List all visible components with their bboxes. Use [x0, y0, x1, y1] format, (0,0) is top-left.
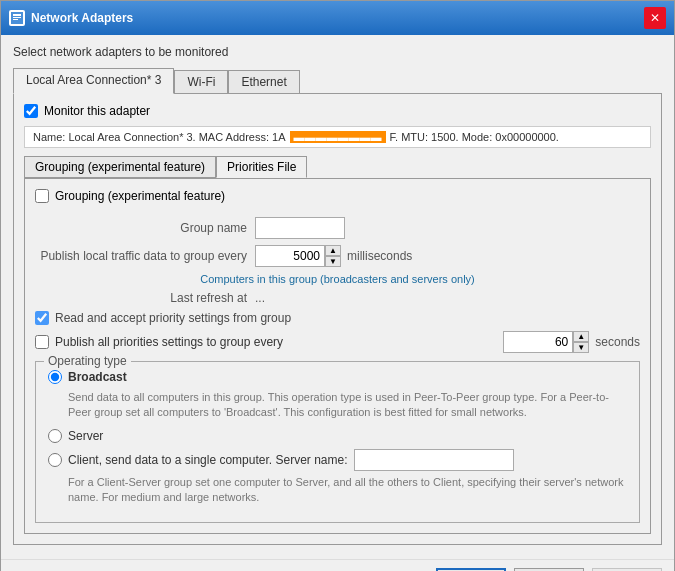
- sub-tab-grouping[interactable]: Grouping (experimental feature): [24, 156, 216, 178]
- info-prefix: Name: Local Area Connection* 3. MAC Addr…: [33, 131, 286, 143]
- server-radio[interactable]: [48, 429, 62, 443]
- publish-all-spinner: ▲ ▼: [503, 331, 589, 353]
- publish-up-button[interactable]: ▲: [325, 245, 341, 256]
- publish-all-up-button[interactable]: ▲: [573, 331, 589, 342]
- broadcast-description: Send data to all computers in this group…: [68, 390, 627, 421]
- operating-type-box: Operating type Broadcast Send data to al…: [35, 361, 640, 523]
- client-radio[interactable]: [48, 453, 62, 467]
- server-name-input[interactable]: [354, 449, 514, 471]
- window-icon: [9, 10, 25, 26]
- main-content-box: Monitor this adapter Name: Local Area Co…: [13, 93, 662, 545]
- operating-legend: Operating type: [44, 354, 131, 368]
- seconds-label: seconds: [595, 335, 640, 349]
- group-name-input[interactable]: [255, 217, 345, 239]
- server-radio-row: Server: [48, 429, 627, 443]
- publish-all-checkbox[interactable]: [35, 335, 49, 349]
- grouping-checkbox[interactable]: [35, 189, 49, 203]
- last-refresh-label: Last refresh at: [35, 291, 255, 305]
- tab-ethernet[interactable]: Ethernet: [228, 70, 299, 94]
- sub-tabs: Grouping (experimental feature) Prioriti…: [24, 156, 651, 178]
- svg-rect-3: [13, 19, 18, 20]
- client-row: Client, send data to a single computer. …: [48, 449, 627, 471]
- main-window: Network Adapters ✕ Select network adapte…: [0, 0, 675, 571]
- server-label[interactable]: Server: [68, 429, 103, 443]
- svg-rect-2: [13, 17, 21, 18]
- publish-spinner: ▲ ▼: [255, 245, 341, 267]
- ok-button[interactable]: OK: [436, 568, 506, 571]
- title-bar-left: Network Adapters: [9, 10, 133, 26]
- group-name-label: Group name: [35, 221, 255, 235]
- publish-spinner-btns: ▲ ▼: [325, 245, 341, 267]
- main-tabs: Local Area Connection* 3 Wi-Fi Ethernet: [13, 67, 662, 93]
- read-priority-checkbox[interactable]: [35, 311, 49, 325]
- broadcast-label[interactable]: Broadcast: [68, 370, 127, 384]
- last-refresh-value: ...: [255, 291, 265, 305]
- read-priority-row: Read and accept priority settings from g…: [35, 311, 640, 325]
- mac-orange-block: ▬▬▬▬▬▬▬▬: [290, 131, 386, 143]
- tab-wifi[interactable]: Wi-Fi: [174, 70, 228, 94]
- monitor-checkbox[interactable]: [24, 104, 38, 118]
- milliseconds-label: milliseconds: [347, 249, 412, 263]
- svg-rect-1: [13, 14, 21, 16]
- apply-button[interactable]: Apply: [592, 568, 662, 571]
- broadcast-radio-row: Broadcast: [48, 370, 627, 384]
- publish-all-spinner-btns: ▲ ▼: [573, 331, 589, 353]
- adapter-info-bar: Name: Local Area Connection* 3. MAC Addr…: [24, 126, 651, 148]
- title-bar: Network Adapters ✕: [1, 1, 674, 35]
- client-label[interactable]: Client, send data to a single computer. …: [68, 453, 348, 467]
- window-title: Network Adapters: [31, 11, 133, 25]
- publish-all-label[interactable]: Publish all priorities settings to group…: [55, 335, 283, 349]
- client-description: For a Client-Server group set one comput…: [68, 475, 627, 506]
- close-button[interactable]: ✕: [644, 7, 666, 29]
- grouping-checkbox-row: Grouping (experimental feature): [35, 189, 640, 203]
- publish-down-button[interactable]: ▼: [325, 256, 341, 267]
- info-suffix: F. MTU: 1500. Mode: 0x00000000.: [390, 131, 559, 143]
- publish-all-input[interactable]: [503, 331, 573, 353]
- publish-all-row: Publish all priorities settings to group…: [35, 331, 640, 353]
- sub-content-box: Grouping (experimental feature) Group na…: [24, 178, 651, 534]
- monitor-checkbox-row: Monitor this adapter: [24, 104, 651, 118]
- broadcast-radio[interactable]: [48, 370, 62, 384]
- read-priority-label[interactable]: Read and accept priority settings from g…: [55, 311, 291, 325]
- publish-label: Publish local traffic data to group ever…: [35, 249, 255, 263]
- computers-info: Computers in this group (broadcasters an…: [35, 273, 640, 285]
- last-refresh-row: Last refresh at ...: [35, 291, 640, 305]
- group-name-row: Group name: [35, 217, 640, 239]
- subtitle-text: Select network adapters to be monitored: [13, 45, 662, 59]
- button-bar: OK Cancel Apply: [1, 559, 674, 571]
- cancel-button[interactable]: Cancel: [514, 568, 584, 571]
- tab-local-area[interactable]: Local Area Connection* 3: [13, 68, 174, 94]
- sub-tab-priorities[interactable]: Priorities File: [216, 156, 307, 178]
- publish-all-down-button[interactable]: ▼: [573, 342, 589, 353]
- grouping-label[interactable]: Grouping (experimental feature): [55, 189, 225, 203]
- publish-input[interactable]: [255, 245, 325, 267]
- publish-row: Publish local traffic data to group ever…: [35, 245, 640, 267]
- content-area: Select network adapters to be monitored …: [1, 35, 674, 555]
- monitor-label[interactable]: Monitor this adapter: [44, 104, 150, 118]
